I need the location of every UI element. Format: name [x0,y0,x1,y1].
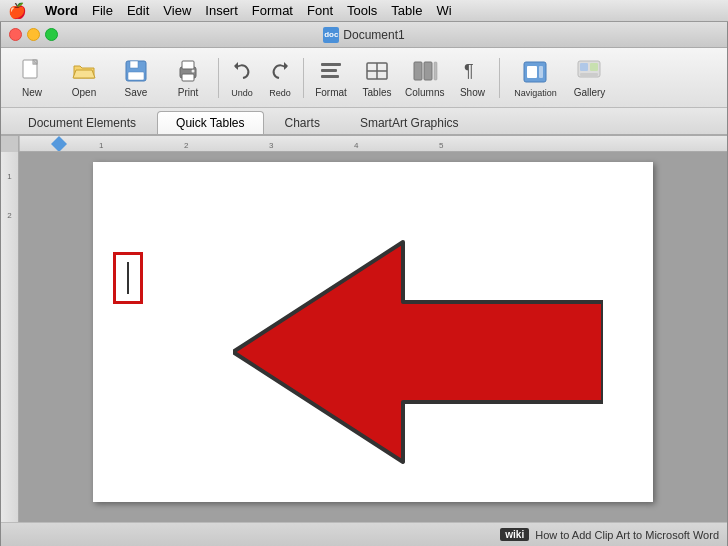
print-button[interactable]: Print [163,51,213,105]
tab-quick-tables[interactable]: Quick Tables [157,111,263,134]
print-icon [174,57,202,85]
svg-rect-18 [424,62,432,80]
redo-icon [266,58,294,86]
tab-charts[interactable]: Charts [266,111,339,134]
svg-rect-23 [539,66,543,78]
separator-1 [218,58,219,98]
svg-rect-13 [321,75,339,78]
svg-text:5: 5 [439,141,444,150]
tables-icon [363,57,391,85]
svg-rect-26 [590,63,598,71]
menu-edit[interactable]: Edit [127,3,149,18]
document-page[interactable] [93,162,653,502]
svg-rect-25 [580,63,588,71]
close-button[interactable] [9,28,22,41]
separator-2 [303,58,304,98]
cursor-box [113,252,143,304]
undo-button[interactable]: Undo [224,51,260,105]
new-button[interactable]: New [7,51,57,105]
svg-text:2: 2 [184,141,189,150]
format-icon [317,57,345,85]
redo-button[interactable]: Redo [262,51,298,105]
tables-button[interactable]: Tables [355,51,399,105]
svg-rect-19 [434,62,437,80]
gallery-button[interactable]: Gallery [567,51,611,105]
svg-rect-4 [128,72,144,80]
tab-document-elements[interactable]: Document Elements [9,111,155,134]
navigation-icon [521,58,549,86]
show-button[interactable]: ¶ Show [450,51,494,105]
svg-rect-6 [182,61,194,69]
menu-format[interactable]: Format [252,3,293,18]
title-bar: doc Document1 [1,22,727,48]
ruler-corner [1,136,19,152]
document-name: Document1 [343,28,404,42]
svg-rect-7 [182,74,194,81]
menu-view[interactable]: View [163,3,191,18]
menu-tools[interactable]: Tools [347,3,377,18]
arrow-container [233,222,603,482]
document-title: doc Document1 [323,27,404,43]
bottom-bar: wiki How to Add Clip Art to Microsoft Wo… [1,522,727,546]
svg-text:3: 3 [269,141,274,150]
red-arrow-svg [233,222,603,482]
open-button[interactable]: Open [59,51,109,105]
ruler-vertical: 1 2 [1,152,19,522]
svg-marker-10 [284,62,288,70]
open-icon [70,57,98,85]
doc-icon: doc [323,27,339,43]
svg-rect-12 [321,69,337,72]
cursor-line [127,262,129,294]
svg-marker-35 [51,144,67,152]
svg-point-8 [192,70,195,73]
toolbar: New Open Save [1,48,727,108]
mac-menubar: 🍎 Word File Edit View Insert Format Font… [0,0,728,22]
svg-text:4: 4 [354,141,359,150]
menu-insert[interactable]: Insert [205,3,238,18]
format-button[interactable]: Format [309,51,353,105]
menu-file[interactable]: File [92,3,113,18]
menu-table[interactable]: Table [391,3,422,18]
svg-marker-36 [233,242,603,462]
tab-smartart-graphics[interactable]: SmartArt Graphics [341,111,478,134]
svg-text:¶: ¶ [464,61,474,81]
new-icon [18,57,46,85]
svg-rect-27 [580,73,598,76]
columns-icon [411,57,439,85]
word-window: doc Document1 New Open [0,22,728,546]
menu-font[interactable]: Font [307,3,333,18]
svg-rect-3 [130,61,138,68]
wiki-badge: wiki [500,528,529,541]
ruler-horizontal: 1 2 3 4 5 [19,136,727,152]
undo-icon [228,58,256,86]
menu-wi[interactable]: Wi [436,3,451,18]
svg-rect-17 [414,62,422,80]
save-icon [122,57,150,85]
svg-rect-22 [527,66,537,78]
svg-text:1: 1 [99,141,104,150]
svg-marker-9 [234,62,238,70]
window-controls[interactable] [9,28,58,41]
navigation-button[interactable]: Navigation [505,51,565,105]
svg-marker-34 [51,136,67,144]
ruler-row: 1 2 3 4 5 [1,136,727,152]
page-container[interactable] [19,152,727,522]
columns-button[interactable]: Columns [401,51,448,105]
svg-rect-11 [321,63,341,66]
gallery-icon [575,57,603,85]
menu-word[interactable]: Word [45,3,78,18]
save-button[interactable]: Save [111,51,161,105]
maximize-button[interactable] [45,28,58,41]
apple-icon[interactable]: 🍎 [8,2,27,20]
help-text: How to Add Clip Art to Microsoft Word [535,529,719,541]
ribbon-tabs: Document Elements Quick Tables Charts Sm… [1,108,727,136]
show-icon: ¶ [458,57,486,85]
minimize-button[interactable] [27,28,40,41]
separator-3 [499,58,500,98]
